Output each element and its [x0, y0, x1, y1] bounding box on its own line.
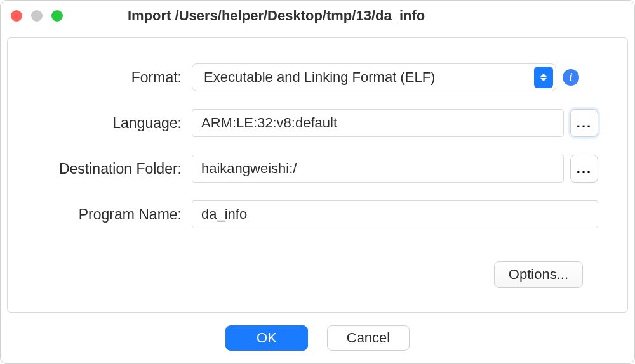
maximize-window-button[interactable]: [51, 10, 63, 22]
destination-control-area: ...: [192, 155, 608, 183]
destination-label: Destination Folder:: [27, 160, 192, 178]
format-control-area: Executable and Linking Format (ELF) i: [192, 63, 608, 91]
footer: OK Cancel: [1, 313, 634, 363]
format-select-wrap: Executable and Linking Format (ELF): [192, 63, 556, 91]
program-name-row: Program Name:: [27, 200, 608, 228]
window-title: Import /Users/helper/Desktop/tmp/13/da_i…: [128, 8, 425, 24]
language-input[interactable]: [192, 109, 564, 137]
destination-row: Destination Folder: ...: [27, 155, 608, 183]
format-select[interactable]: Executable and Linking Format (ELF): [192, 63, 556, 91]
format-label: Format:: [27, 69, 192, 86]
ok-button[interactable]: OK: [225, 325, 308, 351]
program-name-control-area: [192, 200, 608, 228]
language-browse-button[interactable]: ...: [570, 109, 598, 137]
options-row: Options...: [27, 261, 608, 288]
language-row: Language: ...: [27, 109, 608, 137]
options-button[interactable]: Options...: [494, 261, 583, 288]
info-icon[interactable]: i: [563, 69, 579, 86]
destination-browse-button[interactable]: ...: [570, 155, 598, 183]
close-window-button[interactable]: [11, 10, 22, 22]
destination-input[interactable]: [192, 155, 564, 183]
language-label: Language:: [27, 115, 192, 132]
format-row: Format: Executable and Linking Format (E…: [27, 63, 608, 91]
program-name-input[interactable]: [192, 200, 598, 228]
content-frame: Format: Executable and Linking Format (E…: [7, 37, 628, 313]
cancel-button[interactable]: Cancel: [327, 325, 410, 351]
minimize-window-button[interactable]: [31, 10, 43, 22]
language-control-area: ...: [192, 109, 608, 137]
program-name-label: Program Name:: [27, 206, 192, 223]
window-controls: [11, 10, 63, 22]
titlebar: Import /Users/helper/Desktop/tmp/13/da_i…: [1, 1, 634, 31]
dialog-window: Import /Users/helper/Desktop/tmp/13/da_i…: [0, 0, 635, 364]
